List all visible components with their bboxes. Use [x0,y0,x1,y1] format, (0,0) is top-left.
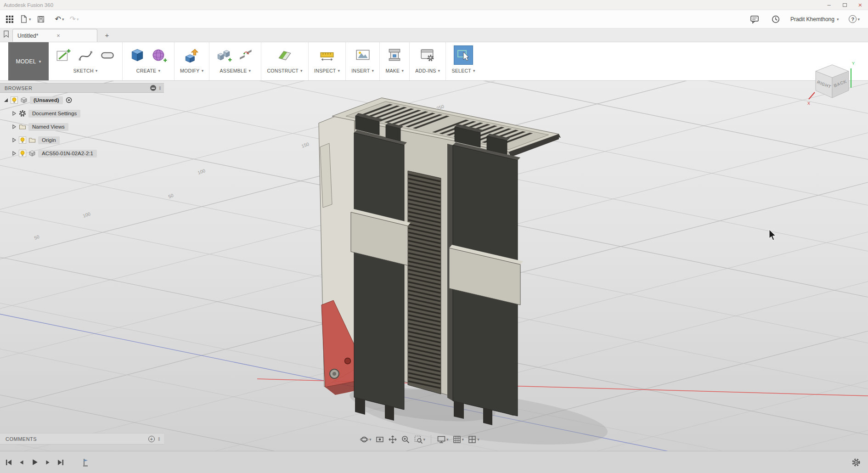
timeline-skip-start-button[interactable] [4,457,14,467]
pan-button[interactable] [387,433,399,446]
spline-tool-button[interactable] [76,46,95,64]
viewport-canvas[interactable]: 50 100 150 200 250 100 50 [0,81,868,451]
timeline-position-marker[interactable] [81,457,91,468]
browser-row-origin[interactable]: Origin [0,134,164,146]
addins-button[interactable] [418,46,437,64]
undo-button[interactable]: ↶ ▾ [53,14,66,24]
workspace-selector[interactable]: MODEL ▾ [8,42,49,80]
help-button[interactable]: ? ▾ [847,14,862,24]
visibility-bulb-icon[interactable] [19,136,26,144]
caret-down-icon: ▾ [249,68,251,73]
visibility-bulb-icon[interactable] [11,96,18,104]
visibility-bulb-icon[interactable] [19,150,26,157]
module-left[interactable] [351,113,411,421]
timeline-play-button[interactable] [29,457,40,467]
save-icon [37,15,45,23]
expand-caret-icon[interactable] [12,111,17,116]
insert-image-button[interactable] [354,46,372,64]
expand-caret-icon[interactable] [12,138,17,142]
skip-start-icon [5,458,13,467]
timeline-skip-end-button[interactable] [56,457,66,467]
file-menu-button[interactable]: ▾ [17,13,33,25]
expand-caret-icon[interactable] [12,151,17,156]
comments-toggle-button[interactable] [748,13,761,25]
caret-down-icon: ▾ [857,17,860,22]
app-grid-button[interactable] [4,14,16,25]
panel-grip-icon[interactable]: ‖ [159,85,161,91]
folder-icon [28,136,36,144]
browser-header[interactable]: BROWSER ‖ [0,83,164,93]
viewports-icon [468,435,477,444]
viewports-button[interactable]: ▾ [466,433,481,446]
joint-button[interactable] [237,46,255,64]
browser-row-document-settings[interactable]: Document Settings [0,107,164,119]
make-button[interactable] [385,46,404,64]
browser-row-label[interactable]: (Unsaved) [30,96,63,104]
ribbon-group-label[interactable]: CONSTRUCT ▾ [267,68,302,76]
activity-history-button[interactable] [769,13,782,25]
timeline-step-back-button[interactable] [17,458,26,467]
user-account-button[interactable]: Pradit Khemthong ▾ [790,16,839,23]
create-sketch-button[interactable] [54,46,73,64]
caret-down-icon: ▾ [77,17,79,22]
tab-close-icon[interactable]: × [56,32,60,39]
create-box-button[interactable] [128,46,147,64]
collapse-all-icon[interactable] [150,85,156,91]
browser-row-label[interactable]: Origin [38,136,60,144]
browser-row-label[interactable]: ACS50-01N-02A2-2:1 [38,150,97,158]
display-settings-button[interactable]: ▾ [435,433,450,446]
select-tool-button[interactable] [454,45,473,65]
zoom-window-button[interactable]: ▾ [412,433,427,446]
save-button[interactable] [35,14,47,25]
ground-target-icon[interactable] [65,96,73,104]
display-settings-icon [437,435,446,444]
minimize-button[interactable]: – [821,0,837,10]
ribbon-group-label[interactable]: SELECT ▾ [451,68,475,76]
browser-row-label[interactable]: Document Settings [28,110,80,118]
ribbon-group-label[interactable]: MODIFY ▾ [180,68,203,76]
comments-bar[interactable]: COMMENTS + ‖ [0,433,164,445]
caret-down-icon: ▾ [462,437,464,442]
maximize-button[interactable] [837,0,852,10]
minimize-icon: – [827,1,830,8]
caret-down-icon: ▾ [39,59,41,64]
new-component-button[interactable] [215,46,233,64]
expand-caret-icon[interactable] [12,124,17,129]
module-right[interactable] [447,124,523,425]
timeline-step-forward-button[interactable] [43,458,52,467]
ribbon-group-label[interactable]: INSERT ▾ [351,68,374,76]
close-button[interactable]: × [852,0,868,10]
ribbon-group-label[interactable]: MAKE ▾ [385,68,404,76]
look-at-button[interactable] [374,433,386,446]
expanded-triangle-icon[interactable] [4,98,8,102]
model-body[interactable] [319,98,561,425]
timeline-settings-button[interactable] [851,457,862,468]
add-comment-icon[interactable]: + [148,436,155,442]
panel-grip-icon[interactable]: ‖ [158,436,160,442]
ribbon-group-label[interactable]: INSPECT ▾ [314,68,340,76]
browser-row-label[interactable]: Named Views [28,123,68,131]
create-form-button[interactable] [150,46,169,64]
ribbon-group-label[interactable]: ASSEMBLE ▾ [215,68,255,76]
caret-down-icon: ▾ [158,68,160,73]
ribbon-group-label[interactable]: CREATE ▾ [128,68,169,76]
data-panel-toggle[interactable] [3,30,10,40]
construct-plane-button[interactable] [276,46,294,64]
slot-tool-button[interactable] [98,46,117,64]
browser-row-component[interactable]: ACS50-01N-02A2-2:1 [0,147,164,159]
browser-row-root[interactable]: (Unsaved) [0,94,164,106]
new-tab-button[interactable]: + [102,30,112,40]
plus-icon: + [105,31,109,39]
press-pull-button[interactable] [183,46,201,64]
grid-snap-button[interactable]: ▾ [451,433,466,446]
plane-icon [277,47,293,63]
ribbon-group-label[interactable]: ADD-INS ▾ [415,68,440,76]
browser-row-named-views[interactable]: Named Views [0,121,164,133]
zoom-button[interactable] [400,433,411,446]
measure-button[interactable] [318,46,336,64]
orbit-button[interactable]: ▾ [358,433,373,446]
redo-button[interactable]: ↷ ▾ [68,14,80,24]
document-tab[interactable]: Untitled* × [12,29,97,42]
ribbon-group-label[interactable]: SKETCH ▾ [54,68,117,76]
view-cube[interactable]: RIGHT BACK Y X [806,58,861,117]
